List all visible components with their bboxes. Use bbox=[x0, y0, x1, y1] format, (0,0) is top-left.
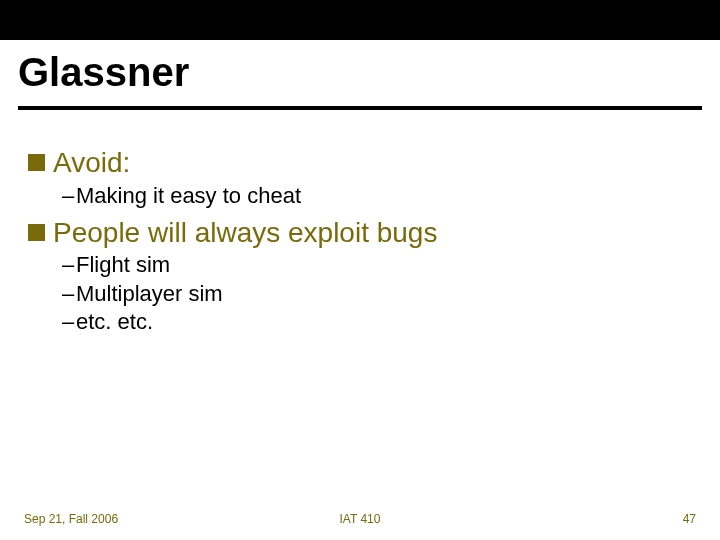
sub-bullet-text: Making it easy to cheat bbox=[76, 183, 301, 208]
slide-title: Glassner bbox=[18, 50, 189, 95]
dash-icon: – bbox=[62, 308, 76, 336]
bullet-level1: People will always exploit bugs bbox=[28, 216, 688, 250]
square-bullet-icon bbox=[28, 154, 45, 171]
footer-page-number: 47 bbox=[683, 512, 696, 526]
sub-bullet-text: Flight sim bbox=[76, 252, 170, 277]
bullet-text: Avoid: bbox=[53, 146, 130, 180]
sub-bullet-text: Multiplayer sim bbox=[76, 281, 223, 306]
dash-icon: – bbox=[62, 182, 76, 210]
bullet-level1: Avoid: bbox=[28, 146, 688, 180]
slide: Glassner Avoid: –Making it easy to cheat… bbox=[0, 0, 720, 540]
footer-course: IAT 410 bbox=[24, 512, 696, 526]
dash-icon: – bbox=[62, 280, 76, 308]
top-bar bbox=[0, 0, 720, 40]
title-underline bbox=[18, 106, 702, 110]
bullet-level2: –Multiplayer sim bbox=[62, 280, 688, 308]
bullet-text: People will always exploit bugs bbox=[53, 216, 437, 250]
square-bullet-icon bbox=[28, 224, 45, 241]
bullet-level2: –etc. etc. bbox=[62, 308, 688, 336]
dash-icon: – bbox=[62, 251, 76, 279]
bullet-level2: –Making it easy to cheat bbox=[62, 182, 688, 210]
slide-content: Avoid: –Making it easy to cheat People w… bbox=[28, 140, 688, 336]
sub-bullet-text: etc. etc. bbox=[76, 309, 153, 334]
bullet-level2: –Flight sim bbox=[62, 251, 688, 279]
